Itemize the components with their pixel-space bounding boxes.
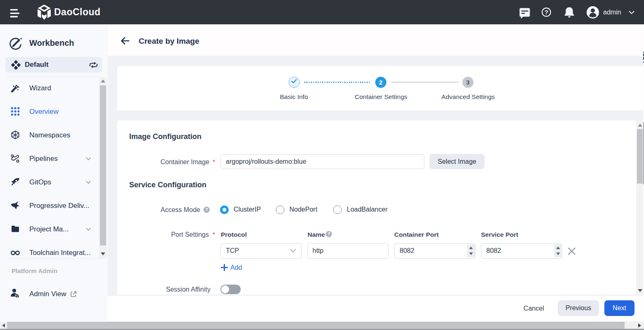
svg-text:?: ?: [205, 207, 208, 212]
svg-text:?: ?: [327, 231, 330, 236]
svg-text:?: ?: [545, 9, 548, 16]
